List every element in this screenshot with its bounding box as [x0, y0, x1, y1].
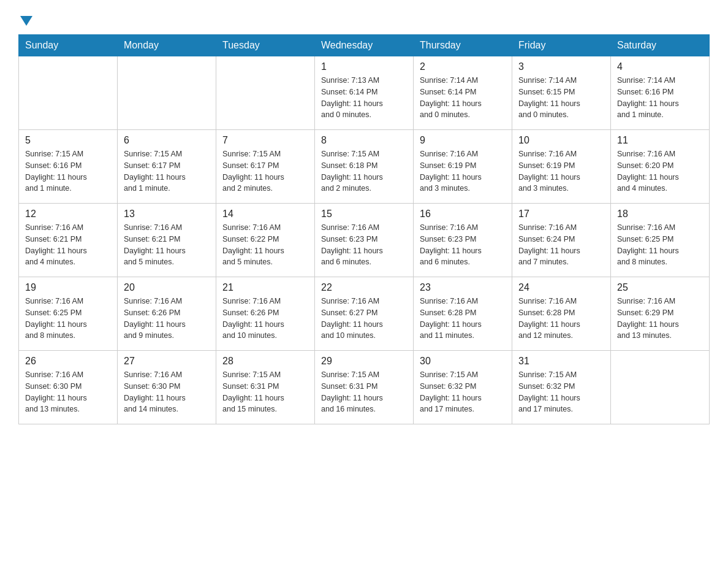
- calendar-cell: 6Sunrise: 7:15 AM Sunset: 6:17 PM Daylig…: [118, 130, 216, 204]
- calendar-cell: 28Sunrise: 7:15 AM Sunset: 6:31 PM Dayli…: [216, 351, 315, 424]
- day-number: 17: [518, 209, 604, 220]
- day-info: Sunrise: 7:16 AM Sunset: 6:28 PM Dayligh…: [518, 296, 604, 342]
- day-number: 10: [518, 135, 604, 146]
- day-number: 6: [124, 135, 210, 146]
- calendar-cell: 5Sunrise: 7:15 AM Sunset: 6:16 PM Daylig…: [19, 130, 118, 204]
- day-info: Sunrise: 7:16 AM Sunset: 6:24 PM Dayligh…: [518, 222, 604, 268]
- day-number: 14: [222, 209, 308, 220]
- day-number: 13: [124, 209, 210, 220]
- day-info: Sunrise: 7:15 AM Sunset: 6:17 PM Dayligh…: [222, 148, 308, 194]
- calendar-cell: 1Sunrise: 7:13 AM Sunset: 6:14 PM Daylig…: [315, 56, 414, 130]
- day-info: Sunrise: 7:16 AM Sunset: 6:23 PM Dayligh…: [420, 222, 506, 268]
- calendar-cell: 24Sunrise: 7:16 AM Sunset: 6:28 PM Dayli…: [512, 277, 611, 351]
- day-number: 7: [222, 135, 308, 146]
- day-info: Sunrise: 7:15 AM Sunset: 6:18 PM Dayligh…: [321, 148, 407, 194]
- calendar-cell: 31Sunrise: 7:15 AM Sunset: 6:32 PM Dayli…: [512, 351, 611, 424]
- day-number: 23: [420, 282, 506, 293]
- day-info: Sunrise: 7:16 AM Sunset: 6:21 PM Dayligh…: [25, 222, 111, 268]
- calendar-cell: 10Sunrise: 7:16 AM Sunset: 6:19 PM Dayli…: [512, 130, 611, 204]
- calendar-cell: 27Sunrise: 7:16 AM Sunset: 6:30 PM Dayli…: [118, 351, 216, 424]
- day-info: Sunrise: 7:16 AM Sunset: 6:19 PM Dayligh…: [420, 148, 506, 194]
- calendar-cell: 11Sunrise: 7:16 AM Sunset: 6:20 PM Dayli…: [611, 130, 710, 204]
- day-number: 9: [420, 135, 506, 146]
- day-info: Sunrise: 7:16 AM Sunset: 6:26 PM Dayligh…: [222, 296, 308, 342]
- day-number: 22: [321, 282, 407, 293]
- day-info: Sunrise: 7:15 AM Sunset: 6:31 PM Dayligh…: [321, 369, 407, 415]
- day-number: 11: [617, 135, 703, 146]
- day-info: Sunrise: 7:15 AM Sunset: 6:17 PM Dayligh…: [124, 148, 210, 194]
- day-info: Sunrise: 7:16 AM Sunset: 6:25 PM Dayligh…: [617, 222, 703, 268]
- day-info: Sunrise: 7:16 AM Sunset: 6:26 PM Dayligh…: [124, 296, 210, 342]
- calendar-cell: 17Sunrise: 7:16 AM Sunset: 6:24 PM Dayli…: [512, 204, 611, 277]
- day-number: 2: [420, 61, 506, 72]
- day-info: Sunrise: 7:16 AM Sunset: 6:27 PM Dayligh…: [321, 296, 407, 342]
- calendar-cell: 7Sunrise: 7:15 AM Sunset: 6:17 PM Daylig…: [216, 130, 315, 204]
- calendar-table: Sunday Monday Tuesday Wednesday Thursday…: [18, 34, 710, 424]
- calendar-cell: 8Sunrise: 7:15 AM Sunset: 6:18 PM Daylig…: [315, 130, 414, 204]
- day-number: 16: [420, 209, 506, 220]
- header-thursday: Thursday: [414, 35, 512, 56]
- day-number: 5: [25, 135, 111, 146]
- day-number: 4: [617, 61, 703, 72]
- day-info: Sunrise: 7:14 AM Sunset: 6:16 PM Dayligh…: [617, 75, 703, 121]
- day-info: Sunrise: 7:16 AM Sunset: 6:19 PM Dayligh…: [518, 148, 604, 194]
- calendar-cell: [216, 56, 315, 130]
- day-number: 1: [321, 61, 407, 72]
- day-info: Sunrise: 7:16 AM Sunset: 6:30 PM Dayligh…: [25, 369, 111, 415]
- day-info: Sunrise: 7:15 AM Sunset: 6:31 PM Dayligh…: [222, 369, 308, 415]
- header-friday: Friday: [512, 35, 611, 56]
- day-info: Sunrise: 7:15 AM Sunset: 6:16 PM Dayligh…: [25, 148, 111, 194]
- calendar-cell: [611, 351, 710, 424]
- calendar-cell: 20Sunrise: 7:16 AM Sunset: 6:26 PM Dayli…: [118, 277, 216, 351]
- calendar-header: Sunday Monday Tuesday Wednesday Thursday…: [19, 35, 710, 56]
- calendar-cell: 21Sunrise: 7:16 AM Sunset: 6:26 PM Dayli…: [216, 277, 315, 351]
- day-number: 30: [420, 356, 506, 367]
- day-info: Sunrise: 7:16 AM Sunset: 6:29 PM Dayligh…: [617, 296, 703, 342]
- calendar-cell: 23Sunrise: 7:16 AM Sunset: 6:28 PM Dayli…: [414, 277, 512, 351]
- day-number: 3: [518, 61, 604, 72]
- day-number: 15: [321, 209, 407, 220]
- calendar-cell: [118, 56, 216, 130]
- calendar-cell: 18Sunrise: 7:16 AM Sunset: 6:25 PM Dayli…: [611, 204, 710, 277]
- header-tuesday: Tuesday: [216, 35, 315, 56]
- header-sunday: Sunday: [19, 35, 118, 56]
- day-info: Sunrise: 7:16 AM Sunset: 6:22 PM Dayligh…: [222, 222, 308, 268]
- calendar-body: 1Sunrise: 7:13 AM Sunset: 6:14 PM Daylig…: [19, 56, 710, 424]
- calendar-cell: 12Sunrise: 7:16 AM Sunset: 6:21 PM Dayli…: [19, 204, 118, 277]
- day-info: Sunrise: 7:14 AM Sunset: 6:15 PM Dayligh…: [518, 75, 604, 121]
- day-number: 19: [25, 282, 111, 293]
- calendar-cell: 2Sunrise: 7:14 AM Sunset: 6:14 PM Daylig…: [414, 56, 512, 130]
- day-number: 29: [321, 356, 407, 367]
- calendar-cell: 15Sunrise: 7:16 AM Sunset: 6:23 PM Dayli…: [315, 204, 414, 277]
- calendar-cell: 25Sunrise: 7:16 AM Sunset: 6:29 PM Dayli…: [611, 277, 710, 351]
- day-info: Sunrise: 7:13 AM Sunset: 6:14 PM Dayligh…: [321, 75, 407, 121]
- header-saturday: Saturday: [611, 35, 710, 56]
- day-info: Sunrise: 7:16 AM Sunset: 6:23 PM Dayligh…: [321, 222, 407, 268]
- calendar-cell: 26Sunrise: 7:16 AM Sunset: 6:30 PM Dayli…: [19, 351, 118, 424]
- calendar-week-row: 1Sunrise: 7:13 AM Sunset: 6:14 PM Daylig…: [19, 56, 710, 130]
- calendar-cell: 19Sunrise: 7:16 AM Sunset: 6:25 PM Dayli…: [19, 277, 118, 351]
- calendar-cell: 29Sunrise: 7:15 AM Sunset: 6:31 PM Dayli…: [315, 351, 414, 424]
- weekday-header-row: Sunday Monday Tuesday Wednesday Thursday…: [19, 35, 710, 56]
- page-header: [18, 12, 710, 23]
- day-info: Sunrise: 7:16 AM Sunset: 6:21 PM Dayligh…: [124, 222, 210, 268]
- calendar-cell: 22Sunrise: 7:16 AM Sunset: 6:27 PM Dayli…: [315, 277, 414, 351]
- calendar-week-row: 5Sunrise: 7:15 AM Sunset: 6:16 PM Daylig…: [19, 130, 710, 204]
- calendar-week-row: 19Sunrise: 7:16 AM Sunset: 6:25 PM Dayli…: [19, 277, 710, 351]
- day-number: 26: [25, 356, 111, 367]
- logo: [18, 12, 32, 23]
- calendar-cell: [19, 56, 118, 130]
- calendar-cell: 16Sunrise: 7:16 AM Sunset: 6:23 PM Dayli…: [414, 204, 512, 277]
- calendar-cell: 14Sunrise: 7:16 AM Sunset: 6:22 PM Dayli…: [216, 204, 315, 277]
- logo-arrow-icon: [20, 16, 32, 26]
- calendar-cell: 9Sunrise: 7:16 AM Sunset: 6:19 PM Daylig…: [414, 130, 512, 204]
- day-number: 25: [617, 282, 703, 293]
- day-number: 21: [222, 282, 308, 293]
- calendar-cell: 13Sunrise: 7:16 AM Sunset: 6:21 PM Dayli…: [118, 204, 216, 277]
- calendar-cell: 4Sunrise: 7:14 AM Sunset: 6:16 PM Daylig…: [611, 56, 710, 130]
- day-number: 28: [222, 356, 308, 367]
- day-info: Sunrise: 7:15 AM Sunset: 6:32 PM Dayligh…: [420, 369, 506, 415]
- day-info: Sunrise: 7:14 AM Sunset: 6:14 PM Dayligh…: [420, 75, 506, 121]
- day-info: Sunrise: 7:16 AM Sunset: 6:20 PM Dayligh…: [617, 148, 703, 194]
- day-info: Sunrise: 7:16 AM Sunset: 6:25 PM Dayligh…: [25, 296, 111, 342]
